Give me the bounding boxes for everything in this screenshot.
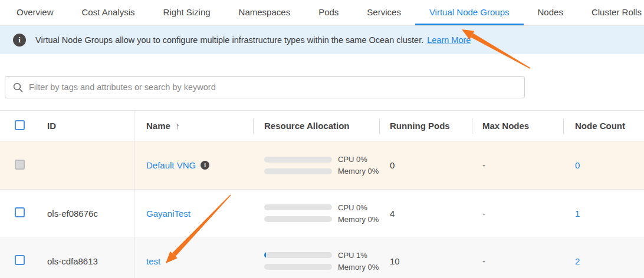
row-checkbox[interactable] [15,207,25,217]
resource-allocation: CPU 0% Memory 0% [253,200,379,227]
tab-cost-analysis[interactable]: Cost Analysis [68,0,149,25]
max-nodes-value: - [472,160,563,170]
info-banner: i Virtual Node Groups allow you to confi… [0,26,644,54]
resource-allocation: CPU 0% Memory 0% [253,152,379,178]
cpu-usage-bar [264,157,332,163]
vng-id: ols-cdfa8613 [37,256,134,266]
search-input[interactable] [29,82,517,92]
cpu-usage-bar [264,204,332,210]
column-header-resource-allocation[interactable]: Resource Allocation [253,121,379,131]
row-checkbox[interactable] [15,255,25,265]
tab-services[interactable]: Services [353,0,415,25]
tab-overview[interactable]: Overview [2,0,68,25]
running-pods-value: 4 [379,208,472,219]
tab-right-sizing[interactable]: Right Sizing [149,0,225,25]
vng-name-link[interactable]: GayaniTest [146,208,190,219]
row-checkbox [15,160,25,170]
cluster-tab-bar: Overview Cost Analysis Right Sizing Name… [0,0,644,26]
select-all-checkbox[interactable] [15,120,25,130]
column-header-id[interactable]: ID [37,121,134,131]
table-row-gayanitest: ols-ef08676c GayaniTest CPU 0% Memory 0%… [0,189,644,237]
vng-name-link[interactable]: Default VNG [146,160,196,170]
column-header-node-count[interactable]: Node Count [563,121,644,131]
tab-virtual-node-groups[interactable]: Virtual Node Groups [415,0,524,25]
tab-nodes[interactable]: Nodes [524,0,577,25]
tab-cluster-rolls[interactable]: Cluster Rolls [577,0,644,25]
column-header-running-pods[interactable]: Running Pods [379,121,472,131]
resource-allocation: CPU 1% Memory 0% [253,248,379,274]
node-count-link[interactable]: 2 [575,256,580,266]
max-nodes-value: - [472,208,563,219]
memory-usage-bar [264,168,332,174]
column-header-max-nodes[interactable]: Max Nodes [472,121,563,131]
filter-search-box[interactable] [5,76,525,98]
tab-pods[interactable]: Pods [304,0,353,25]
max-nodes-value: - [472,256,563,266]
tab-namespaces[interactable]: Namespaces [225,0,305,25]
learn-more-link[interactable]: Learn More [427,35,471,45]
table-row-test: ols-cdfa8613 test CPU 1% Memory 0% 10 - … [0,237,644,278]
running-pods-value: 10 [379,256,472,266]
table-body: Default VNG i CPU 0% Memory 0% 0 - 0 ols… [0,141,644,278]
banner-text: Virtual Node Groups allow you to configu… [35,35,423,45]
memory-usage-bar [264,216,332,222]
node-count-link[interactable]: 0 [575,160,580,170]
cpu-usage-bar [264,252,332,258]
sort-ascending-icon: ↑ [176,121,180,131]
info-icon[interactable]: i [201,161,209,170]
table-row-default-vng: Default VNG i CPU 0% Memory 0% 0 - 0 [0,141,644,189]
search-icon [13,82,23,92]
table-header-row: ID Name ↑ Resource Allocation Running Po… [0,111,644,141]
vng-table: ID Name ↑ Resource Allocation Running Po… [0,110,644,278]
running-pods-value: 0 [379,160,472,170]
info-icon: i [13,34,26,47]
node-count-link[interactable]: 1 [575,208,580,219]
vng-id: ols-ef08676c [37,208,134,219]
column-divider [134,111,134,278]
column-header-name[interactable]: Name ↑ [134,121,253,131]
memory-usage-bar [264,264,332,270]
vng-name-link[interactable]: test [146,256,160,266]
